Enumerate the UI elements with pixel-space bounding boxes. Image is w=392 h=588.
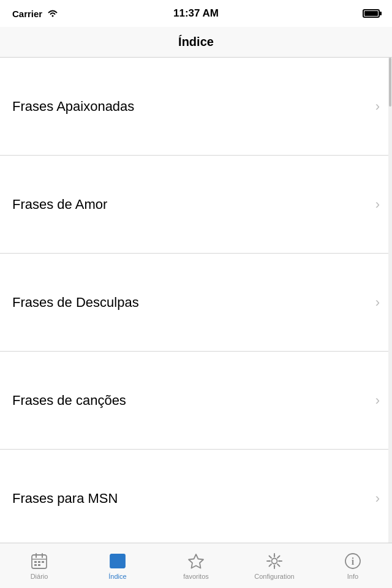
svg-line-22 <box>277 564 280 567</box>
list-item-frases-apaixonadas[interactable]: Frases Apaixonadas › <box>0 58 392 156</box>
list-item-label: Frases de canções <box>12 393 126 409</box>
tab-info-label: Info <box>347 573 358 580</box>
tab-favoritos-label: favoritos <box>183 573 209 580</box>
svg-rect-9 <box>38 564 40 566</box>
list-item-frases-de-desculpas[interactable]: Frases de Desculpas › <box>0 254 392 352</box>
svg-rect-14 <box>110 554 125 558</box>
calendar-icon <box>30 552 48 570</box>
svg-line-21 <box>270 556 272 558</box>
svg-point-0 <box>52 15 54 17</box>
tab-bar: Diário Índice favoritos <box>0 543 392 588</box>
tab-info[interactable]: i Info <box>314 543 392 588</box>
battery-icon <box>363 9 380 18</box>
svg-rect-8 <box>34 564 37 566</box>
chevron-right-icon: › <box>375 296 380 309</box>
svg-rect-6 <box>38 561 40 563</box>
tab-indice[interactable]: Índice <box>78 543 157 588</box>
list-container: Frases Apaixonadas › Frases de Amor › Fr… <box>0 58 392 543</box>
list-item-frases-para-msn[interactable]: Frases para MSN › <box>0 450 392 543</box>
list-item-label: Frases Apaixonadas <box>12 99 134 115</box>
scrollbar-thumb[interactable] <box>389 58 391 107</box>
status-bar: Carrier 11:37 AM <box>0 0 392 27</box>
tab-favoritos[interactable]: favoritos <box>157 543 235 588</box>
status-bar-left: Carrier <box>12 9 58 19</box>
star-icon <box>187 552 205 570</box>
tab-diario-label: Diário <box>31 573 48 580</box>
list: Frases Apaixonadas › Frases de Amor › Fr… <box>0 58 392 543</box>
wifi-icon <box>47 9 58 19</box>
svg-marker-15 <box>189 554 203 568</box>
chevron-right-icon: › <box>375 100 380 113</box>
tab-configuration[interactable]: Configuration <box>235 543 314 588</box>
navigation-bar: Índice <box>0 27 392 58</box>
info-icon: i <box>344 552 362 570</box>
svg-line-24 <box>270 564 272 567</box>
list-item-frases-de-cancoes[interactable]: Frases de canções › <box>0 352 392 450</box>
scrollbar-track <box>388 58 392 543</box>
svg-line-23 <box>277 556 280 558</box>
status-bar-time: 11:37 AM <box>173 7 219 20</box>
list-item-label: Frases de Desculpas <box>12 295 139 311</box>
status-bar-right <box>363 9 380 18</box>
list-item-frases-de-amor[interactable]: Frases de Amor › <box>0 156 392 254</box>
indice-icon <box>108 552 127 570</box>
page-title: Índice <box>178 35 214 49</box>
gear-icon <box>265 552 284 570</box>
carrier-label: Carrier <box>12 9 42 19</box>
svg-point-16 <box>272 558 277 564</box>
tab-configuration-label: Configuration <box>254 573 294 580</box>
list-item-label: Frases de Amor <box>12 197 107 213</box>
chevron-right-icon: › <box>375 198 380 211</box>
chevron-right-icon: › <box>375 394 380 407</box>
chevron-right-icon: › <box>375 492 380 505</box>
svg-text:i: i <box>352 556 355 567</box>
tab-indice-label: Índice <box>108 573 126 580</box>
list-item-label: Frases para MSN <box>12 491 118 507</box>
tab-diario[interactable]: Diário <box>0 543 78 588</box>
svg-rect-5 <box>34 561 37 563</box>
svg-rect-7 <box>42 561 44 563</box>
